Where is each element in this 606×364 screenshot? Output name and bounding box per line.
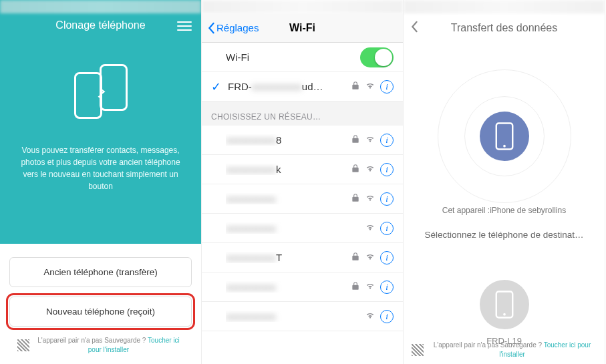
network-row[interactable]: xxxxxxxxxx8i: [202, 126, 403, 155]
back-button[interactable]: Réglages: [207, 22, 259, 34]
hero-panel: Clonage téléphone Vous pouvez transférer…: [0, 0, 201, 244]
network-row[interactable]: xxxxxxxxxxi: [202, 302, 403, 331]
clone-illustration: [0, 64, 201, 124]
svg-point-3: [503, 313, 506, 316]
checkmark-icon: ✓: [211, 79, 221, 94]
info-icon[interactable]: i: [380, 281, 394, 294]
lock-icon: [351, 81, 360, 92]
screen-data-transfer: Transfert des données Cet appareil :iPho…: [404, 0, 605, 364]
destination-device[interactable]: FRD-L19: [404, 280, 605, 346]
chevron-left-icon: [410, 21, 418, 33]
wifi-icon: [365, 281, 375, 293]
install-footnote: L'appareil pair n'a pas Sauvegarde ? Tou…: [404, 341, 605, 359]
lock-icon: [351, 193, 360, 204]
wifi-icon: [365, 222, 375, 234]
back-button[interactable]: [410, 21, 418, 35]
status-bar: [202, 0, 403, 13]
network-ssid: xxxxxxxxxx8: [226, 134, 351, 146]
destination-device-icon: [480, 280, 529, 329]
footnote-text: L'appareil pair n'a pas Sauvegarde ?: [434, 341, 542, 349]
network-ssid: xxxxxxxxxx: [226, 222, 365, 234]
network-ssid: xxxxxxxxxxk: [226, 164, 351, 175]
page-title: Wi-Fi: [289, 22, 315, 34]
status-bar: [0, 0, 201, 13]
back-label: Réglages: [216, 22, 259, 33]
wifi-icon: [365, 164, 375, 175]
page-title: Transfert des données: [451, 22, 558, 34]
transfer-header: Transfert des données: [404, 13, 605, 43]
lock-icon: [351, 281, 360, 293]
qr-code-icon: [17, 339, 29, 351]
lock-icon: [351, 252, 360, 263]
settings-header: Réglages Wi-Fi: [202, 13, 403, 43]
screen-phone-clone: Clonage téléphone Vous pouvez transférer…: [0, 0, 202, 364]
lock-icon: [351, 164, 360, 175]
radar-rings: [404, 69, 605, 203]
network-ssid: xxxxxxxxxx: [226, 311, 365, 322]
wifi-toggle[interactable]: [360, 47, 394, 67]
info-icon[interactable]: i: [380, 222, 394, 235]
hero-description: Vous pouvez transférer contacts, message…: [0, 124, 201, 192]
network-row[interactable]: xxxxxxxxxxTi: [202, 243, 403, 272]
info-icon[interactable]: i: [380, 134, 394, 147]
info-icon[interactable]: i: [380, 192, 394, 206]
wifi-icon: [365, 252, 375, 263]
old-phone-button[interactable]: Ancien téléphone (transfère): [9, 257, 192, 287]
wifi-icon: [365, 81, 375, 92]
network-ssid: xxxxxxxxxx: [226, 281, 351, 293]
wifi-icon: [365, 193, 375, 204]
network-row[interactable]: xxxxxxxxxxi: [202, 214, 403, 243]
connected-network-row[interactable]: ✓ FRD-xxxxxxxxxxud… i: [202, 72, 403, 102]
status-bar: [404, 0, 605, 13]
network-row[interactable]: xxxxxxxxxxi: [202, 184, 403, 214]
transfer-arrows-icon: [94, 87, 109, 102]
network-ssid: xxxxxxxxxx: [226, 193, 351, 204]
lock-icon: [351, 134, 360, 146]
new-phone-button[interactable]: Nouveau téléphone (reçoit): [9, 297, 192, 327]
network-ssid: xxxxxxxxxxT: [226, 252, 351, 263]
app-header: Clonage téléphone: [0, 13, 201, 37]
info-icon[interactable]: i: [380, 310, 394, 323]
footnote-text: L'appareil pair n'a pas Sauvegarde ?: [37, 337, 146, 344]
info-icon[interactable]: i: [380, 80, 394, 94]
header-title: Clonage téléphone: [55, 19, 145, 31]
info-icon[interactable]: i: [380, 163, 394, 176]
this-device-label: Cet appareil :iPhone de sebyrollins: [404, 206, 605, 215]
qr-code-icon: [412, 344, 424, 356]
network-row[interactable]: xxxxxxxxxxi: [202, 272, 403, 302]
wifi-toggle-row: Wi-Fi: [202, 43, 403, 72]
network-list: xxxxxxxxxx8ixxxxxxxxxxkixxxxxxxxxxixxxxx…: [202, 126, 403, 331]
info-icon[interactable]: i: [380, 251, 394, 264]
install-footnote: L'appareil pair n'a pas Sauvegarde ? Tou…: [9, 336, 192, 354]
wifi-icon: [365, 134, 375, 146]
screen-wifi-settings: Réglages Wi-Fi Wi-Fi ✓ FRD-xxxxxxxxxxud……: [202, 0, 404, 364]
wifi-icon: [365, 311, 375, 322]
select-destination-prompt: Sélectionnez le téléphone de destinat…: [404, 230, 605, 240]
choose-network-header: CHOISISSEZ UN RÉSEAU…: [202, 102, 403, 126]
wifi-label: Wi-Fi: [211, 51, 360, 63]
chevron-left-icon: [207, 22, 215, 34]
menu-icon[interactable]: [177, 19, 192, 33]
action-panel: Ancien téléphone (transfère) Nouveau tél…: [0, 244, 201, 354]
connected-ssid: FRD-xxxxxxxxxxud…: [228, 81, 351, 92]
network-row[interactable]: xxxxxxxxxxki: [202, 155, 403, 184]
